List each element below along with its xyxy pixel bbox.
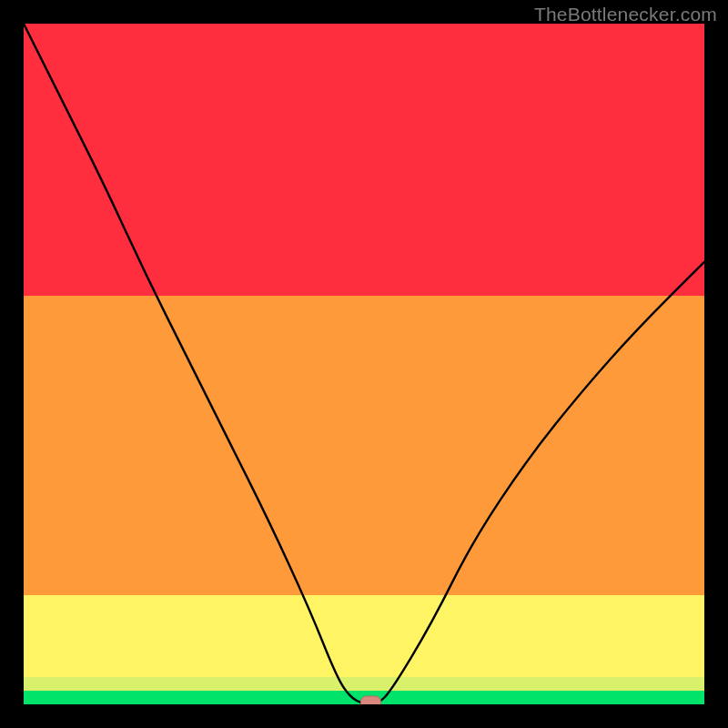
attribution-label: TheBottlenecker.com: [534, 4, 717, 25]
chart-frame: TheBottlenecker.com: [0, 0, 728, 728]
optimal-marker: [360, 696, 380, 704]
plot-area: [24, 24, 704, 704]
chart-svg: [24, 24, 704, 704]
gradient-background: [24, 24, 704, 704]
